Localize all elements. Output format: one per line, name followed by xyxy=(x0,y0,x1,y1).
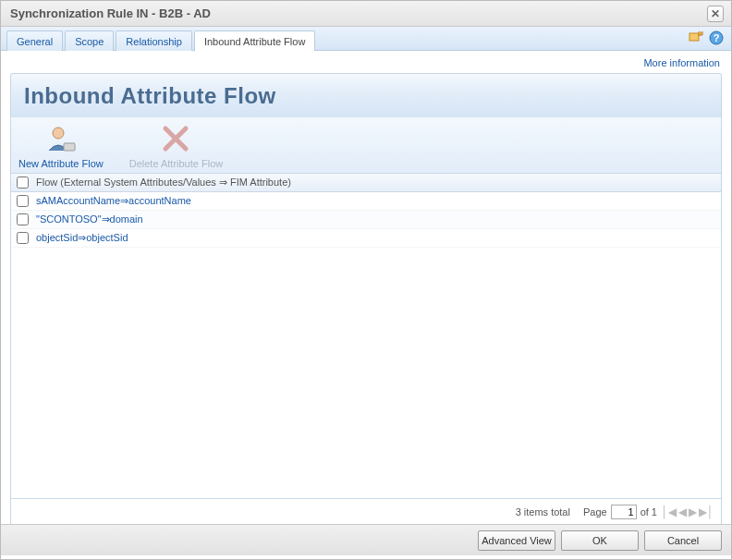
toolbar-label: Delete Attribute Flow xyxy=(129,158,224,169)
prev-page-icon[interactable]: ◀ xyxy=(678,505,687,518)
tab-scope[interactable]: Scope xyxy=(65,30,114,51)
page-label: Page xyxy=(583,506,607,517)
table-row: "SCONTOSO"⇒domain xyxy=(11,211,721,229)
delete-attribute-flow-button: Delete Attribute Flow xyxy=(129,123,224,169)
items-total: 3 items total xyxy=(516,506,570,517)
svg-rect-5 xyxy=(64,143,75,151)
page-input[interactable] xyxy=(611,505,637,519)
ok-button[interactable]: OK xyxy=(561,530,639,551)
row-checkbox[interactable] xyxy=(17,213,29,225)
close-icon[interactable]: ✕ xyxy=(707,6,724,22)
titlebar: Synchronization Rule IN - B2B - AD ✕ xyxy=(1,1,731,27)
pager: Page of 1 │◀ ◀ ▶ ▶│ xyxy=(583,505,714,519)
table-row: sAMAccountName⇒accountName xyxy=(11,192,721,211)
panel: Inbound Attribute Flow New Attribute Flo… xyxy=(10,73,722,526)
tab-inbound-attribute-flow[interactable]: Inbound Attribute Flow xyxy=(194,30,315,51)
panel-header: Inbound Attribute Flow xyxy=(11,74,721,116)
next-page-icon[interactable]: ▶ xyxy=(689,505,697,518)
row-checkbox[interactable] xyxy=(17,195,29,207)
pager-nav: │◀ ◀ ▶ ▶│ xyxy=(661,505,714,518)
first-page-icon[interactable]: │◀ xyxy=(661,505,677,518)
row-checkbox[interactable] xyxy=(17,232,29,244)
page-of: of 1 xyxy=(640,506,657,517)
svg-text:?: ? xyxy=(714,32,720,43)
window-title: Synchronization Rule IN - B2B - AD xyxy=(10,6,707,20)
tab-row: General Scope Relationship Inbound Attri… xyxy=(1,27,731,51)
grid-header: Flow (External System Attributes/Values … xyxy=(11,173,721,192)
flow-link[interactable]: sAMAccountName⇒accountName xyxy=(36,195,191,207)
select-all-checkbox[interactable] xyxy=(17,177,29,189)
last-page-icon[interactable]: ▶│ xyxy=(699,505,714,518)
new-window-icon[interactable] xyxy=(689,30,703,45)
svg-point-1 xyxy=(699,32,702,35)
page-title: Inbound Attribute Flow xyxy=(24,83,708,109)
content: More information Inbound Attribute Flow … xyxy=(1,51,731,524)
tab-general[interactable]: General xyxy=(6,30,63,51)
more-information-link[interactable]: More information xyxy=(643,57,720,68)
toolbar-label: New Attribute Flow xyxy=(18,158,104,169)
grid-body: sAMAccountName⇒accountName "SCONTOSO"⇒do… xyxy=(11,192,721,498)
svg-point-4 xyxy=(53,128,64,139)
tab-relationship[interactable]: Relationship xyxy=(116,30,192,51)
grid-footer: 3 items total Page of 1 │◀ ◀ ▶ ▶│ xyxy=(11,498,721,525)
delete-icon xyxy=(160,123,191,154)
user-add-icon xyxy=(45,123,77,154)
grid-header-label: Flow (External System Attributes/Values … xyxy=(36,177,291,189)
new-attribute-flow-button[interactable]: New Attribute Flow xyxy=(18,123,104,169)
advanced-view-button[interactable]: Advanced View xyxy=(478,530,555,551)
flow-link[interactable]: objectSid⇒objectSid xyxy=(36,232,128,244)
help-icon[interactable]: ? xyxy=(709,30,724,45)
toolbar: New Attribute Flow Delete Attribute Flow xyxy=(11,116,721,173)
table-row: objectSid⇒objectSid xyxy=(11,229,721,248)
svg-rect-0 xyxy=(689,33,699,41)
flow-link[interactable]: "SCONTOSO"⇒domain xyxy=(36,213,143,225)
cancel-button[interactable]: Cancel xyxy=(644,530,722,551)
footer: Advanced View OK Cancel xyxy=(1,524,731,555)
